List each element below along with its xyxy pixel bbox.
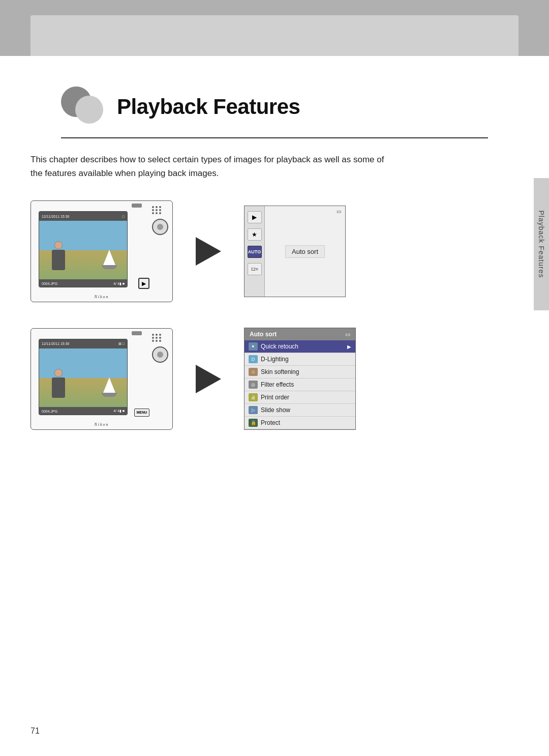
menu-item-label-print: Print order xyxy=(261,394,289,401)
cam-screen-top-bar-2: 12/11/2011 15:30 ⊠ □ xyxy=(39,339,127,348)
cam-dial-inner xyxy=(157,224,163,230)
arrow-shape-2 xyxy=(196,365,221,393)
menu-screen-1: ▭ ▶ ★ AUTO 12≡ Auto sort xyxy=(244,206,346,297)
cam-top-indicator-2 xyxy=(132,331,142,335)
chapter-header: Playback Features xyxy=(61,71,488,138)
cam-controls-1 xyxy=(152,206,168,235)
intro-paragraph: This chapter describes how to select cer… xyxy=(30,153,386,180)
battery-icon-top: ▭ xyxy=(337,209,341,214)
cam-screen-2: 12/11/2011 15:30 ⊠ □ xyxy=(39,339,128,415)
person-silhouette-2 xyxy=(49,369,67,404)
cam-dot xyxy=(156,337,158,339)
cam-dot xyxy=(159,212,161,214)
page-number: 71 xyxy=(30,726,40,736)
cam-file-1: 0004.JPG xyxy=(42,282,57,285)
cam-dial-1 xyxy=(152,219,168,235)
cam-dot xyxy=(152,334,154,336)
menu-arrow-quick-retouch: ▶ xyxy=(347,344,351,350)
cam-info-icons-1: 4/ 4▮ ■ xyxy=(113,282,125,286)
menu-item-protect: 🔒 Protect xyxy=(245,417,355,429)
person-silhouette xyxy=(49,241,67,277)
diagram-row-1: 12/11/2011 15:30 □ 0 xyxy=(30,200,518,302)
arrow-1 xyxy=(193,239,224,264)
menu-header-bar: Auto sort ▭ xyxy=(245,328,355,340)
camera-illustration-2: 12/11/2011 15:30 ⊠ □ xyxy=(30,328,173,430)
cam-screen-img-2 xyxy=(39,348,127,407)
menu-icon-playback: ▶ xyxy=(248,211,262,223)
boat-sail xyxy=(103,250,115,265)
menu-item-filter: ◎ Filter effects xyxy=(245,379,355,391)
person-head xyxy=(54,241,63,249)
menu-battery-icon: ▭ xyxy=(345,331,350,338)
cam-screen-img-1 xyxy=(39,221,127,279)
menu-icon-auto: AUTO xyxy=(248,246,262,258)
cam-screen-bottom-bar-2: 0004.JPG 4/ 4▮ ■ xyxy=(39,407,127,415)
menu-icon-grid: 12≡ xyxy=(248,263,262,275)
menu-item-skin: ☺ Skin softening xyxy=(245,366,355,379)
menu-icon-skin: ☺ xyxy=(249,368,258,376)
arrow-shape-1 xyxy=(196,237,221,266)
menu-item-label-skin: Skin softening xyxy=(261,368,299,375)
menu-button-cam: MENU xyxy=(134,409,149,417)
boat-illustration xyxy=(102,250,117,269)
cam-date-1: 12/11/2011 15:30 xyxy=(42,215,70,218)
menu-item-dlighting: D D-Lighting xyxy=(245,353,355,366)
cam-dot xyxy=(156,334,158,336)
cam-dot xyxy=(152,337,154,339)
arrow-2 xyxy=(193,366,224,392)
cam-screen-top-bar: 12/11/2011 15:30 □ xyxy=(39,212,127,221)
menu-item-print: 🖨 Print order xyxy=(245,391,355,404)
cam-controls-2 xyxy=(152,334,168,363)
cam-dot xyxy=(159,206,161,208)
menu-item-label: Quick retouch xyxy=(261,343,298,350)
playback-button-cam-1: ▶ xyxy=(138,278,149,289)
top-banner xyxy=(0,0,549,56)
auto-sort-label: Auto sort xyxy=(285,245,325,258)
cam-info-2: 4/ 4▮ ■ xyxy=(113,409,125,413)
cam-dots-1 xyxy=(152,206,168,214)
cam-dot xyxy=(152,206,154,208)
menu-content-1: Auto sort xyxy=(265,206,345,297)
menu-icon-star: ★ xyxy=(248,228,262,241)
right-sidebar-tab: Playback Features xyxy=(534,178,549,310)
menu-items-list: ✦ Quick retouch ▶ D D-Lighting ☺ Skin so… xyxy=(245,340,355,429)
cam-file-2: 0004.JPG xyxy=(42,410,57,413)
nikon-logo-1: Nikon xyxy=(94,295,109,299)
menu-item-quick-retouch: ✦ Quick retouch ▶ xyxy=(245,340,355,353)
circle-light xyxy=(75,96,103,124)
cam-dial-inner-2 xyxy=(157,352,163,358)
banner-inner xyxy=(30,15,518,56)
menu-icon-slideshow: ▷ xyxy=(249,406,258,414)
cam-dot xyxy=(156,209,158,211)
cam-mode-icons-2: ⊠ □ xyxy=(118,342,125,346)
cam-dot xyxy=(159,209,161,211)
cam-mode-icon-1: □ xyxy=(123,215,125,218)
person-body xyxy=(52,250,65,270)
diagram-row-2: 12/11/2011 15:30 ⊠ □ xyxy=(30,328,518,430)
chapter-title: Playback Features xyxy=(117,95,300,119)
cam-screen-bottom-bar-1: 0004.JPG 4/ 4▮ ■ xyxy=(39,279,127,287)
cam-dots-2 xyxy=(152,334,168,342)
nikon-logo-2: Nikon xyxy=(94,422,109,427)
cam-dot xyxy=(156,206,158,208)
menu-item-slideshow: ▷ Slide show xyxy=(245,404,355,417)
menu-item-label-filter: Filter effects xyxy=(261,381,294,388)
content-area: This chapter describes how to select cer… xyxy=(0,153,549,430)
menu-icons-col-1: ▶ ★ AUTO 12≡ xyxy=(245,206,265,297)
menu-item-label-dlighting: D-Lighting xyxy=(261,356,289,363)
menu-icon-protect: 🔒 xyxy=(249,419,258,427)
menu-icon-dlighting: D xyxy=(249,355,258,363)
menu-icon-quick-retouch: ✦ xyxy=(249,342,258,351)
menu-icon-filter: ◎ xyxy=(249,381,258,389)
person-head-2 xyxy=(54,369,63,377)
cam-dot xyxy=(159,334,161,336)
boat-sail-2 xyxy=(103,377,115,393)
cam-dial-2 xyxy=(152,346,168,363)
menu-item-label-protect: Protect xyxy=(261,419,280,426)
cam-screen-1: 12/11/2011 15:30 □ 0 xyxy=(39,211,128,287)
boat-2 xyxy=(102,377,117,397)
menu-icon-print: 🖨 xyxy=(249,393,258,401)
cam-date-2: 12/11/2011 15:30 xyxy=(42,342,70,345)
diagrams-area: 12/11/2011 15:30 □ 0 xyxy=(30,200,518,430)
cam-dot xyxy=(156,212,158,214)
